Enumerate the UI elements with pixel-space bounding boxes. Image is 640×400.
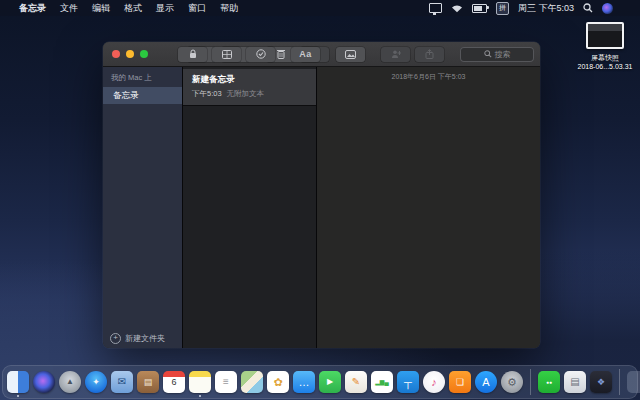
collaborate-button[interactable] [381, 47, 410, 62]
note-list-item-note-new-note[interactable]: 新建备忘录 下午5:03 无附加文本 [183, 69, 316, 106]
menu-clock[interactable]: 周三 下午5:03 [518, 2, 574, 15]
display-mirroring-icon[interactable] [429, 3, 442, 13]
dock-app-app-store[interactable]: A [475, 371, 497, 393]
dock-app-safari[interactable]: ✦ [85, 371, 107, 393]
note-time: 下午5:03 [192, 89, 222, 99]
dock-app-dark-utility-app[interactable]: ❖ [590, 371, 612, 393]
desktop-file-label: 屏幕快照 2018-06...5.03.31 [572, 53, 638, 71]
notes-window: Aa 搜索 我 [103, 42, 540, 348]
window-body: 我的 Mac 上 备忘录 + 新建文件夹 新建备忘录 下午5:03 无附加文本 [103, 67, 540, 348]
note-meta: 下午5:03 无附加文本 [192, 89, 307, 99]
insert-checklist-button[interactable] [246, 47, 275, 62]
search-field[interactable]: 搜索 [460, 47, 534, 62]
note-editor[interactable]: 2018年6月6日 下午5:03 [317, 67, 540, 348]
spotlight-search-icon[interactable] [583, 3, 593, 13]
note-preview: 无附加文本 [227, 89, 265, 99]
dock-app-facetime[interactable]: ▶ [319, 371, 341, 393]
insert-media-button[interactable] [336, 47, 365, 62]
battery-icon[interactable] [472, 4, 487, 13]
file-label-line1: 屏幕快照 [572, 53, 638, 62]
wifi-icon[interactable] [451, 4, 463, 13]
lock-note-button[interactable] [178, 47, 207, 62]
menu-item-menu-file[interactable]: 文件 [53, 2, 85, 15]
note-list: 新建备忘录 下午5:03 无附加文本 [183, 67, 317, 348]
dock-app-wechat[interactable]: ●● [538, 371, 560, 393]
minimize-button[interactable] [126, 50, 134, 58]
toolbar-right-group: Aa 搜索 [178, 42, 534, 66]
note-title: 新建备忘录 [192, 74, 307, 86]
menu-item-app-menu-notes[interactable]: 备忘录 [12, 2, 53, 15]
dock-app-contacts[interactable]: ▤ [137, 371, 159, 393]
notification-center-icon[interactable] [622, 4, 632, 12]
folders-sidebar: 我的 Mac 上 备忘录 + 新建文件夹 [103, 67, 183, 348]
dock-app-notes[interactable] [189, 371, 211, 393]
siri-icon[interactable] [602, 3, 613, 14]
status-area: 拼 周三 下午5:03 [429, 2, 632, 15]
menu-item-menu-help[interactable]: 帮助 [213, 2, 245, 15]
sidebar-section-header: 我的 Mac 上 [103, 67, 182, 87]
menu-item-menu-format[interactable]: 格式 [117, 2, 149, 15]
dock-app-mail[interactable]: ✉ [111, 371, 133, 393]
close-button[interactable] [112, 50, 120, 58]
dock-separator [530, 369, 531, 395]
zoom-button[interactable] [140, 50, 148, 58]
file-label-line2: 2018-06...5.03.31 [572, 62, 638, 71]
dock-app-ibooks[interactable]: ❏ [449, 371, 471, 393]
dock-app-photos[interactable]: ✿ [267, 371, 289, 393]
dock-separator [619, 369, 620, 395]
share-button[interactable] [415, 47, 444, 62]
sidebar-folder-folder-notes[interactable]: 备忘录 [103, 87, 182, 104]
menu-item-menu-window[interactable]: 窗口 [181, 2, 213, 15]
dock-app-messages[interactable]: … [293, 371, 315, 393]
new-folder-label: 新建文件夹 [125, 333, 165, 344]
dock-app-reminders[interactable]: ≡ [215, 371, 237, 393]
menu-item-menu-edit[interactable]: 编辑 [85, 2, 117, 15]
dock-app-numbers[interactable]: ▂▆▄ [371, 371, 393, 393]
dock-app-news-app[interactable]: ▤ [564, 371, 586, 393]
dock-app-system-preferences[interactable]: ⚙ [501, 371, 523, 393]
input-method-icon[interactable]: 拼 [496, 2, 509, 15]
screenshot-thumbnail [586, 22, 624, 49]
note-date-stamp: 2018年6月6日 下午5:03 [392, 72, 466, 82]
dock-app-siri[interactable] [33, 371, 55, 393]
dock-app-calendar[interactable]: 6 [163, 371, 185, 393]
traffic-lights [112, 42, 148, 66]
search-icon [484, 50, 492, 58]
sidebar-folder-list: 备忘录 [103, 87, 182, 104]
window-toolbar: Aa 搜索 [103, 42, 540, 67]
dock-app-launchpad[interactable]: ▲ [59, 371, 81, 393]
desktop-file-screenshot[interactable]: 屏幕快照 2018-06...5.03.31 [572, 22, 638, 71]
dock-app-trash[interactable] [627, 371, 640, 393]
menu-items: 备忘录文件编辑格式显示窗口帮助 [12, 2, 245, 15]
new-folder-button[interactable]: + 新建文件夹 [103, 328, 182, 348]
format-text-button[interactable]: Aa [291, 47, 320, 62]
dock: ▲ ✦ ✉ ▤ 6 ≡ ✿ … [2, 365, 638, 399]
dock-app-itunes[interactable]: ♪ [423, 371, 445, 393]
dock-app-finder[interactable] [7, 371, 29, 393]
desktop-wallpaper: 备忘录文件编辑格式显示窗口帮助 拼 周三 下午5:03 屏幕快照 2018-06… [0, 0, 640, 400]
dock-app-keynote[interactable]: ┬ [397, 371, 419, 393]
dock-app-pages[interactable]: ✎ [345, 371, 367, 393]
menu-item-menu-view[interactable]: 显示 [149, 2, 181, 15]
dock-items: ▲ ✦ ✉ ▤ 6 ≡ ✿ … [7, 369, 633, 395]
menu-bar: 备忘录文件编辑格式显示窗口帮助 拼 周三 下午5:03 [0, 0, 640, 16]
dock-app-maps[interactable] [241, 371, 263, 393]
insert-table-button[interactable] [212, 47, 241, 62]
search-placeholder: 搜索 [495, 49, 511, 60]
plus-circle-icon: + [110, 333, 121, 344]
